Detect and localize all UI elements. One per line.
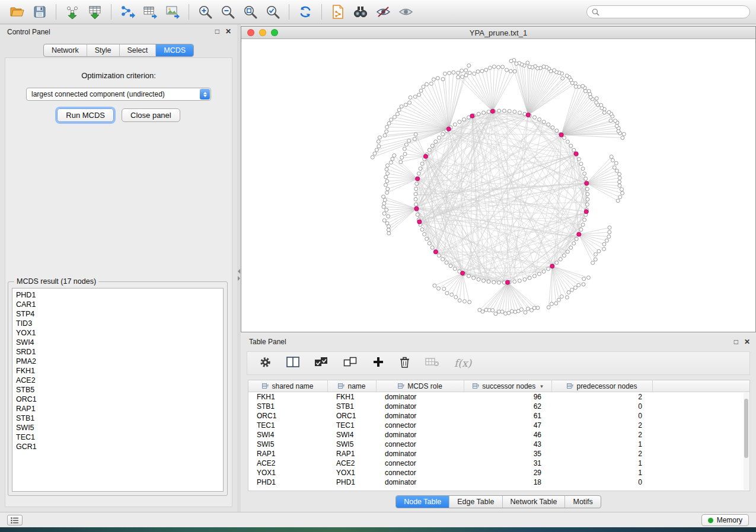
mcds-result-item[interactable]: GCR1 <box>16 442 223 451</box>
table-cell: PHD1 <box>248 477 328 487</box>
mcds-result-item[interactable]: STB1 <box>16 414 223 423</box>
function-builder-icon[interactable]: f(x) <box>454 357 471 369</box>
column-sort-icon <box>262 383 269 389</box>
table-cell: 0 <box>552 477 653 487</box>
memory-button[interactable]: Memory <box>701 514 749 526</box>
export-image-icon[interactable] <box>161 2 184 21</box>
column-header-successor-nodes[interactable]: successor nodes▾ <box>464 380 552 392</box>
network-window-titlebar[interactable]: YPA_prune.txt_1 <box>241 27 755 39</box>
run-mcds-button[interactable]: Run MCDS <box>57 108 114 122</box>
column-header-MCDS-role[interactable]: MCDS role <box>377 380 464 392</box>
mcds-result-item[interactable]: SRD1 <box>16 347 223 357</box>
mcds-result-item[interactable]: RAP1 <box>16 404 223 414</box>
clear-table-icon[interactable] <box>425 357 439 370</box>
float-table-panel-icon[interactable]: □ <box>734 338 738 346</box>
mcds-result-item[interactable]: CAR1 <box>16 300 223 309</box>
table-row[interactable]: STB1STB1dominator620 <box>248 402 744 411</box>
table-row[interactable]: YOX1YOX1connector291 <box>248 468 744 477</box>
export-network-icon[interactable] <box>116 2 139 21</box>
zoom-in-icon[interactable] <box>194 2 216 21</box>
mcds-result-item[interactable]: PMA2 <box>16 357 223 366</box>
table-row[interactable]: SWI4SWI4dominator462 <box>248 430 744 440</box>
table-cell: dominator <box>377 477 464 487</box>
network-snapshot-icon[interactable] <box>327 2 349 21</box>
table-cell: connector <box>377 468 464 477</box>
table-row[interactable]: ORC1ORC1dominator610 <box>248 411 744 421</box>
delete-row-icon[interactable] <box>399 356 410 371</box>
first-neighbors-icon[interactable] <box>349 2 372 21</box>
export-table-icon[interactable] <box>139 2 161 21</box>
mcds-result-list[interactable]: PHD1CAR1STP4TID3YOX1SWI4SRD1PMA2FKH1ACE2… <box>12 288 224 492</box>
table-cell: 96 <box>464 392 552 402</box>
mcds-result-item[interactable]: PHD1 <box>16 290 223 300</box>
hide-selected-icon[interactable] <box>372 2 394 21</box>
main-toolbar <box>0 0 756 24</box>
memory-button-label: Memory <box>717 516 742 524</box>
zoom-fit-icon[interactable] <box>239 2 261 21</box>
table-row[interactable]: PHD1PHD1dominator180 <box>248 477 744 487</box>
table-cell: TEC1 <box>328 421 377 430</box>
close-panel-icon[interactable]: ✕ <box>225 27 231 36</box>
table-cell: 0 <box>552 402 653 411</box>
add-row-icon[interactable] <box>372 356 384 370</box>
mcds-result-item[interactable]: YOX1 <box>16 328 223 338</box>
mcds-result-item[interactable]: FKH1 <box>16 366 223 376</box>
zoom-selected-icon[interactable] <box>261 2 284 21</box>
table-cell: SWI4 <box>328 430 377 440</box>
criterion-dropdown[interactable]: largest connected component (undirected) <box>26 88 211 101</box>
select-all-icon[interactable] <box>314 357 328 370</box>
tab-node-table[interactable]: Node Table <box>396 496 449 508</box>
table-row[interactable]: ACE2ACE2connector311 <box>248 459 744 468</box>
mcds-result-item[interactable]: SWI4 <box>16 338 223 347</box>
table-cell: 62 <box>464 402 552 411</box>
tab-edge-table[interactable]: Edge Table <box>449 496 502 508</box>
deselect-all-icon[interactable] <box>343 357 358 370</box>
tab-select[interactable]: Select <box>119 44 156 56</box>
network-canvas[interactable] <box>241 39 755 332</box>
table-row[interactable]: SWI5SWI5connector431 <box>248 440 744 449</box>
close-table-panel-icon[interactable]: ✕ <box>744 338 750 346</box>
save-icon[interactable] <box>28 2 51 21</box>
column-header-predecessor-nodes[interactable]: predecessor nodes <box>552 380 653 392</box>
search-box[interactable] <box>586 5 750 18</box>
mcds-result-item[interactable]: SWI5 <box>16 423 223 432</box>
mcds-panel: Optimization criterion: largest connecte… <box>5 57 232 507</box>
mcds-result-item[interactable]: TEC1 <box>16 432 223 442</box>
control-panel-title: Control Panel <box>7 28 50 36</box>
import-table-icon[interactable] <box>84 2 106 21</box>
scrollbar-thumb[interactable] <box>744 399 748 458</box>
tab-style[interactable]: Style <box>87 44 119 56</box>
settings-gear-icon[interactable] <box>259 356 272 371</box>
tab-network-table[interactable]: Network Table <box>502 496 565 508</box>
tab-motifs[interactable]: Motifs <box>564 496 600 508</box>
mcds-result-item[interactable]: STP4 <box>16 309 223 319</box>
table-row[interactable]: TEC1TEC1connector472 <box>248 421 744 430</box>
column-header-name[interactable]: name <box>328 380 377 392</box>
table-row[interactable]: FKH1FKH1dominator962 <box>248 392 744 402</box>
mcds-result-item[interactable]: TID3 <box>16 319 223 328</box>
refresh-icon[interactable] <box>294 2 317 21</box>
table-cell: SWI5 <box>328 440 377 449</box>
table-cell: 0 <box>552 411 653 421</box>
import-network-icon[interactable] <box>61 2 84 21</box>
node-table: shared namenameMCDS rolesuccessor nodes▾… <box>248 380 750 491</box>
table-scrollbar[interactable] <box>744 393 749 490</box>
search-input[interactable] <box>602 8 745 16</box>
column-header-shared-name[interactable]: shared name <box>248 380 328 392</box>
mcds-result-item[interactable]: ACE2 <box>16 376 223 385</box>
column-menu-arrow-icon[interactable]: ▾ <box>540 383 543 389</box>
tab-network[interactable]: Network <box>44 44 87 56</box>
node-table-header: shared namenameMCDS rolesuccessor nodes▾… <box>248 380 749 392</box>
tab-mcds[interactable]: MCDS <box>155 44 193 56</box>
mcds-result-item[interactable]: ORC1 <box>16 395 223 404</box>
show-all-icon[interactable] <box>394 2 417 21</box>
close-panel-button[interactable]: Close panel <box>122 108 180 122</box>
status-menu-button[interactable] <box>7 515 23 525</box>
show-columns-icon[interactable] <box>286 357 299 370</box>
mcds-result-item[interactable]: STB5 <box>16 385 223 395</box>
mcds-result-title: MCDS result (17 nodes) <box>14 277 98 286</box>
open-folder-icon[interactable] <box>6 2 28 21</box>
zoom-out-icon[interactable] <box>216 2 239 21</box>
table-row[interactable]: RAP1RAP1dominator352 <box>248 449 744 459</box>
float-panel-icon[interactable]: □ <box>215 27 219 36</box>
